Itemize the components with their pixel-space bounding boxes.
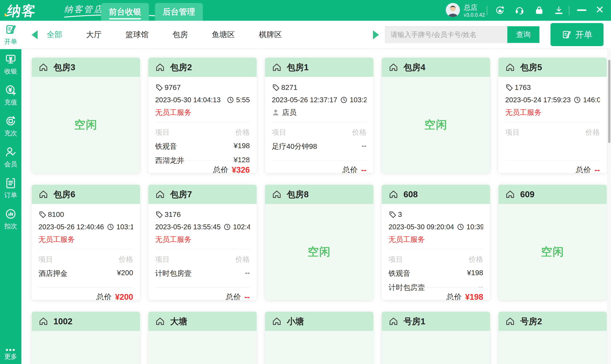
elapsed-time-wrap: 103:19 bbox=[107, 223, 133, 231]
sidebar-item-recharge[interactable]: 充值 bbox=[0, 80, 21, 111]
time-row: 2023-05-26 13:55:45102:4 bbox=[155, 223, 250, 231]
room-card[interactable]: 包房3空闲 bbox=[32, 58, 140, 173]
sidebar-item-more[interactable]: ••• 更多 bbox=[0, 348, 21, 361]
search-button[interactable]: 查询 bbox=[507, 26, 539, 43]
area-category[interactable]: 篮球馆 bbox=[125, 29, 149, 40]
item-price: -- bbox=[245, 269, 250, 278]
avatar[interactable] bbox=[446, 3, 460, 17]
room-card[interactable]: 包房297672023-05-30 14:04:135:55无员工服务项目价格铁… bbox=[148, 58, 257, 173]
elapsed-time-wrap: 102:4 bbox=[224, 223, 250, 231]
start-time: 2023-05-26 13:55:45 bbox=[155, 223, 220, 231]
room-card-body: 97672023-05-30 14:04:135:55无员工服务项目价格铁观音¥… bbox=[148, 83, 257, 173]
close-button[interactable]: ✕ bbox=[595, 3, 604, 16]
room-card-header: 609 bbox=[498, 185, 607, 204]
room-card-body: 空闲 bbox=[32, 77, 140, 173]
sidebar-item-order[interactable]: 订单 bbox=[0, 173, 21, 204]
area-category[interactable]: 包房 bbox=[173, 29, 188, 40]
scrollbar[interactable] bbox=[607, 49, 611, 364]
room-card-body: 空闲 bbox=[265, 331, 373, 364]
no-staff-label: 无员工服务 bbox=[155, 108, 250, 117]
minimize-button[interactable] bbox=[577, 9, 586, 11]
divider bbox=[272, 122, 367, 122]
clock-icon bbox=[574, 96, 581, 104]
room-card-header: 包房7 bbox=[148, 185, 257, 204]
item-row: 计时包房壹-- bbox=[155, 269, 250, 278]
sidebar-item-label: 充次 bbox=[4, 129, 17, 138]
sidebar: 开单收银充值充次会员订单扣次 ••• 更多 bbox=[0, 21, 21, 364]
total-label: 总价 bbox=[446, 292, 462, 300]
sidebar-item-label: 会员 bbox=[4, 160, 17, 169]
room-card[interactable]: 包房731762023-05-26 13:55:45102:4无员工服务项目价格… bbox=[148, 185, 257, 300]
start-time: 2023-05-26 12:37:17 bbox=[272, 96, 337, 104]
no-staff-label: 无员工服务 bbox=[155, 235, 250, 244]
hand-tag-row: 3 bbox=[389, 210, 483, 219]
sidebar-item-member[interactable]: 会员 bbox=[0, 142, 21, 173]
room-card-body: 空闲 bbox=[382, 331, 490, 364]
room-card-body: 空闲 bbox=[265, 204, 373, 300]
area-category[interactable]: 棋牌区 bbox=[259, 29, 282, 40]
sidebar-item-cashier[interactable]: 收银 bbox=[0, 49, 21, 80]
room-card[interactable]: 大塘空闲 bbox=[148, 312, 257, 364]
room-card[interactable]: 号房2空闲 bbox=[498, 312, 607, 364]
room-card[interactable]: 包房517632023-05-24 17:59:23146:0无员工服务项目价格… bbox=[498, 58, 607, 173]
room-name: 大塘 bbox=[170, 315, 187, 327]
hand-tag-row: 9767 bbox=[155, 83, 250, 91]
home-icon bbox=[389, 62, 398, 72]
home-icon bbox=[272, 189, 282, 199]
sync-icon[interactable] bbox=[495, 5, 505, 15]
room-card[interactable]: 号房1空闲 bbox=[382, 312, 490, 364]
room-card[interactable]: 包房182712023-05-26 12:37:17103:22店员项目价格足疗… bbox=[265, 58, 373, 173]
header-divider bbox=[487, 6, 487, 15]
divider bbox=[155, 122, 250, 122]
room-card[interactable]: 609空闲 bbox=[498, 185, 607, 300]
divider bbox=[505, 122, 600, 122]
room-card-header: 包房8 bbox=[265, 185, 373, 204]
tab-front-cashier[interactable]: 前台收银 bbox=[101, 3, 149, 21]
item-row: 铁观音¥198 bbox=[389, 269, 483, 278]
sidebar-more-label: 更多 bbox=[4, 352, 17, 361]
lock-icon[interactable] bbox=[534, 5, 544, 15]
area-category[interactable]: 全部 bbox=[47, 29, 62, 40]
area-category[interactable]: 鱼塘区 bbox=[212, 29, 235, 40]
search-input[interactable] bbox=[385, 26, 507, 43]
start-time: 2023-05-26 12:40:46 bbox=[39, 223, 104, 231]
room-card[interactable]: 1002空闲 bbox=[32, 312, 140, 364]
download-icon[interactable] bbox=[554, 5, 564, 15]
scroll-left-icon[interactable] bbox=[32, 30, 38, 39]
order-icon bbox=[5, 177, 16, 189]
app-version: v3.0.0.42 bbox=[464, 12, 485, 18]
tag-icon bbox=[272, 83, 280, 91]
room-card[interactable]: 60832023-05-30 09:20:0410:39无员工服务项目价格铁观音… bbox=[382, 185, 490, 300]
scroll-right-icon[interactable] bbox=[373, 30, 379, 39]
items-header-row: 项目价格 bbox=[39, 254, 133, 264]
room-card-body: 空闲 bbox=[32, 331, 140, 364]
item-name: 铁观音 bbox=[155, 142, 177, 151]
room-card[interactable]: 小塘空闲 bbox=[265, 312, 373, 364]
scrollbar-thumb[interactable] bbox=[608, 60, 610, 143]
sidebar-item-times[interactable]: 充次 bbox=[0, 111, 21, 142]
room-card[interactable]: 包房4空闲 bbox=[382, 58, 490, 173]
item-column-label: 项目 bbox=[389, 254, 403, 264]
total-value: -- bbox=[361, 166, 367, 173]
room-card-body: 空闲 bbox=[498, 204, 607, 300]
item-row: 足疗40分钟98-- bbox=[272, 142, 367, 151]
room-card-header: 大塘 bbox=[148, 312, 257, 331]
sidebar-item-deduct[interactable]: 扣次 bbox=[0, 204, 21, 235]
total-label: 总价 bbox=[213, 165, 228, 173]
total-label: 总价 bbox=[342, 165, 358, 173]
items-header-row: 项目价格 bbox=[272, 128, 367, 137]
open-bill-button[interactable]: 开单 bbox=[551, 23, 604, 46]
sidebar-item-invoice[interactable]: 开单 bbox=[0, 21, 21, 49]
item-column-label: 项目 bbox=[155, 254, 170, 264]
room-card[interactable]: 包房681002023-05-26 12:40:46103:19无员工服务项目价… bbox=[32, 185, 140, 300]
tab-backend-admin[interactable]: 后台管理 bbox=[155, 3, 203, 21]
total-label: 总价 bbox=[576, 165, 591, 173]
support-icon[interactable] bbox=[515, 5, 524, 15]
member-icon bbox=[5, 146, 16, 158]
idle-status-label: 空闲 bbox=[424, 117, 448, 132]
area-category[interactable]: 大厅 bbox=[86, 29, 102, 40]
home-icon bbox=[39, 189, 48, 199]
elapsed-time-wrap: 10:39 bbox=[457, 223, 483, 231]
room-card[interactable]: 包房8空闲 bbox=[265, 185, 373, 300]
invoice-icon bbox=[562, 30, 571, 39]
